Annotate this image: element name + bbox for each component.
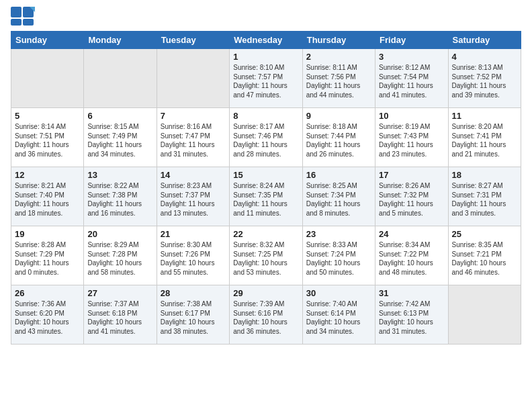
calendar-table: SundayMondayTuesdayWednesdayThursdayFrid… [11,31,521,345]
day-info: Sunrise: 8:32 AM Sunset: 7:25 PM Dayligh… [233,240,298,277]
calendar-cell: 22Sunrise: 8:32 AM Sunset: 7:25 PM Dayli… [230,226,302,285]
day-number: 28 [161,288,226,298]
calendar-cell: 30Sunrise: 7:40 AM Sunset: 6:14 PM Dayli… [302,285,375,345]
day-info: Sunrise: 8:30 AM Sunset: 7:26 PM Dayligh… [161,240,226,277]
day-info: Sunrise: 8:33 AM Sunset: 7:24 PM Dayligh… [306,240,371,277]
day-info: Sunrise: 7:38 AM Sunset: 6:17 PM Dayligh… [161,300,226,336]
calendar-cell: 28Sunrise: 7:38 AM Sunset: 6:17 PM Dayli… [157,285,229,345]
day-info: Sunrise: 8:35 AM Sunset: 7:21 PM Dayligh… [452,240,517,277]
calendar-cell: 29Sunrise: 7:39 AM Sunset: 6:16 PM Dayli… [230,285,302,345]
day-number: 1 [233,52,298,62]
calendar-cell: 11Sunrise: 8:20 AM Sunset: 7:41 PM Dayli… [448,108,521,167]
day-number: 14 [161,170,226,180]
day-number: 7 [161,111,226,121]
day-number: 2 [306,52,371,62]
calendar-cell: 18Sunrise: 8:27 AM Sunset: 7:31 PM Dayli… [448,167,521,226]
calendar-cell: 23Sunrise: 8:33 AM Sunset: 7:24 PM Dayli… [302,226,375,285]
svg-rect-2 [11,19,21,26]
day-info: Sunrise: 8:23 AM Sunset: 7:37 PM Dayligh… [161,181,226,218]
calendar-cell: 7Sunrise: 8:16 AM Sunset: 7:47 PM Daylig… [157,108,229,167]
calendar-cell: 13Sunrise: 8:22 AM Sunset: 7:38 PM Dayli… [84,167,157,226]
calendar-cell: 20Sunrise: 8:29 AM Sunset: 7:28 PM Dayli… [84,226,157,285]
svg-rect-3 [23,19,34,26]
day-info: Sunrise: 7:40 AM Sunset: 6:14 PM Dayligh… [306,300,371,336]
day-info: Sunrise: 8:22 AM Sunset: 7:38 PM Dayligh… [87,181,152,218]
calendar-cell: 5Sunrise: 8:14 AM Sunset: 7:51 PM Daylig… [11,108,84,167]
calendar-body: 1Sunrise: 8:10 AM Sunset: 7:57 PM Daylig… [11,49,521,345]
weekday-header-cell: Sunday [11,32,84,49]
day-info: Sunrise: 8:28 AM Sunset: 7:29 PM Dayligh… [15,240,80,277]
calendar-cell: 19Sunrise: 8:28 AM Sunset: 7:29 PM Dayli… [11,226,84,285]
calendar-header [11,7,521,27]
day-info: Sunrise: 8:25 AM Sunset: 7:34 PM Dayligh… [306,181,371,218]
calendar-week-row: 1Sunrise: 8:10 AM Sunset: 7:57 PM Daylig… [11,49,521,108]
day-info: Sunrise: 8:14 AM Sunset: 7:51 PM Dayligh… [15,122,80,158]
day-info: Sunrise: 8:11 AM Sunset: 7:56 PM Dayligh… [306,63,371,99]
day-number: 19 [15,229,80,239]
calendar-cell: 4Sunrise: 8:13 AM Sunset: 7:52 PM Daylig… [448,49,521,108]
calendar-cell: 21Sunrise: 8:30 AM Sunset: 7:26 PM Dayli… [157,226,229,285]
day-number: 10 [379,111,444,121]
day-number: 31 [379,288,444,298]
calendar-cell: 17Sunrise: 8:26 AM Sunset: 7:32 PM Dayli… [375,167,448,226]
svg-rect-0 [11,7,21,17]
day-number: 3 [379,52,444,62]
calendar-week-row: 5Sunrise: 8:14 AM Sunset: 7:51 PM Daylig… [11,108,521,167]
calendar-cell: 27Sunrise: 7:37 AM Sunset: 6:18 PM Dayli… [84,285,157,345]
day-number: 26 [15,288,80,298]
day-number: 9 [306,111,371,121]
day-number: 12 [15,170,80,180]
calendar-cell [84,49,157,108]
weekday-header-cell: Wednesday [230,32,302,49]
day-number: 6 [87,111,152,121]
day-number: 24 [379,229,444,239]
day-info: Sunrise: 8:29 AM Sunset: 7:28 PM Dayligh… [87,240,152,277]
calendar-cell: 16Sunrise: 8:25 AM Sunset: 7:34 PM Dayli… [302,167,375,226]
day-number: 8 [233,111,298,121]
day-info: Sunrise: 8:21 AM Sunset: 7:40 PM Dayligh… [15,181,80,218]
day-number: 21 [161,229,226,239]
calendar-cell: 8Sunrise: 8:17 AM Sunset: 7:46 PM Daylig… [230,108,302,167]
day-info: Sunrise: 8:20 AM Sunset: 7:41 PM Dayligh… [452,122,517,158]
calendar-cell [11,49,84,108]
calendar-cell: 12Sunrise: 8:21 AM Sunset: 7:40 PM Dayli… [11,167,84,226]
calendar-cell [157,49,229,108]
day-info: Sunrise: 8:26 AM Sunset: 7:32 PM Dayligh… [379,181,444,218]
calendar-cell [448,285,521,345]
day-number: 25 [452,229,517,239]
day-number: 11 [452,111,517,121]
day-info: Sunrise: 7:39 AM Sunset: 6:16 PM Dayligh… [233,300,298,336]
calendar-cell: 14Sunrise: 8:23 AM Sunset: 7:37 PM Dayli… [157,167,229,226]
calendar-cell: 10Sunrise: 8:19 AM Sunset: 7:43 PM Dayli… [375,108,448,167]
day-info: Sunrise: 7:36 AM Sunset: 6:20 PM Dayligh… [15,300,80,336]
day-number: 13 [87,170,152,180]
logo-icon [11,7,35,27]
day-number: 4 [452,52,517,62]
day-number: 27 [87,288,152,298]
day-number: 30 [306,288,371,298]
calendar-week-row: 12Sunrise: 8:21 AM Sunset: 7:40 PM Dayli… [11,167,521,226]
weekday-header-cell: Saturday [448,32,521,49]
logo [11,7,38,27]
weekday-header-cell: Monday [84,32,157,49]
weekday-header-row: SundayMondayTuesdayWednesdayThursdayFrid… [11,32,521,49]
day-info: Sunrise: 8:24 AM Sunset: 7:35 PM Dayligh… [233,181,298,218]
day-info: Sunrise: 8:13 AM Sunset: 7:52 PM Dayligh… [452,63,517,99]
calendar-cell: 31Sunrise: 7:42 AM Sunset: 6:13 PM Dayli… [375,285,448,345]
day-info: Sunrise: 7:37 AM Sunset: 6:18 PM Dayligh… [87,300,152,336]
day-number: 17 [379,170,444,180]
day-number: 20 [87,229,152,239]
calendar-week-row: 26Sunrise: 7:36 AM Sunset: 6:20 PM Dayli… [11,285,521,345]
weekday-header-cell: Tuesday [157,32,229,49]
day-number: 5 [15,111,80,121]
day-number: 15 [233,170,298,180]
day-info: Sunrise: 8:34 AM Sunset: 7:22 PM Dayligh… [379,240,444,277]
calendar-cell: 2Sunrise: 8:11 AM Sunset: 7:56 PM Daylig… [302,49,375,108]
day-info: Sunrise: 8:16 AM Sunset: 7:47 PM Dayligh… [161,122,226,158]
day-number: 23 [306,229,371,239]
calendar-week-row: 19Sunrise: 8:28 AM Sunset: 7:29 PM Dayli… [11,226,521,285]
day-number: 29 [233,288,298,298]
calendar-cell: 24Sunrise: 8:34 AM Sunset: 7:22 PM Dayli… [375,226,448,285]
calendar-cell: 3Sunrise: 8:12 AM Sunset: 7:54 PM Daylig… [375,49,448,108]
day-info: Sunrise: 8:19 AM Sunset: 7:43 PM Dayligh… [379,122,444,158]
